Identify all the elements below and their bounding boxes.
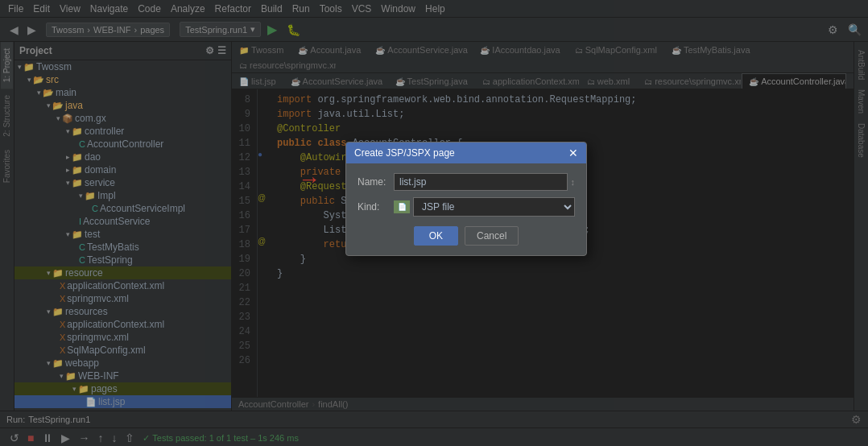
dialog-name-label: Name: xyxy=(358,176,394,188)
dialog-kind-label: Kind: xyxy=(358,201,394,213)
dialog-body: Name: ↕ Kind: 📄 JSP file JSPX file → OK … xyxy=(346,163,586,255)
jsp-file-icon: 📄 xyxy=(394,200,410,213)
dialog-kind-row: Kind: 📄 JSP file JSPX file xyxy=(358,197,575,217)
arrow-indicator: → xyxy=(298,167,320,192)
dialog-overlay[interactable]: Create JSP/JSPX page ✕ Name: ↕ Kind: 📄 J… xyxy=(0,0,868,446)
dialog-title-text: Create JSP/JSPX page xyxy=(354,147,455,159)
dialog-buttons: OK Cancel xyxy=(358,226,575,246)
dialog-name-row: Name: ↕ xyxy=(358,173,575,191)
cancel-button[interactable]: Cancel xyxy=(465,226,519,246)
ok-button[interactable]: OK xyxy=(414,226,458,246)
expand-icon: ↕ xyxy=(571,177,576,187)
create-jsp-dialog: Create JSP/JSPX page ✕ Name: ↕ Kind: 📄 J… xyxy=(345,142,587,256)
dialog-title-bar: Create JSP/JSPX page ✕ xyxy=(346,142,586,163)
dialog-kind-select[interactable]: JSP file JSPX file xyxy=(413,197,575,217)
dialog-close-btn[interactable]: ✕ xyxy=(568,147,578,159)
dialog-name-input[interactable] xyxy=(394,173,568,191)
